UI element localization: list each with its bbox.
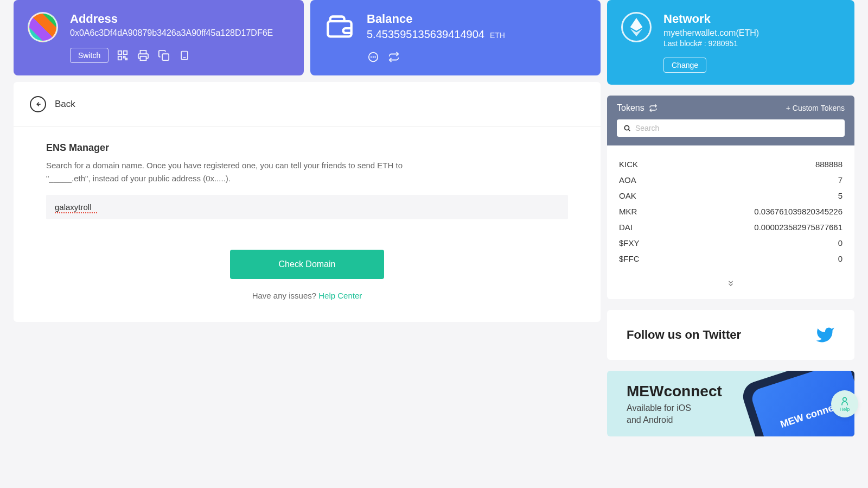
token-balance: 7	[838, 175, 843, 185]
token-symbol: AOA	[619, 175, 636, 185]
search-icon	[623, 124, 631, 132]
balance-title: Balance	[367, 12, 586, 26]
token-balance: 0.036761039820345226	[754, 207, 843, 216]
custom-tokens-link[interactable]: + Custom Tokens	[786, 104, 845, 112]
svg-point-12	[375, 57, 375, 58]
ens-title: ENS Manager	[46, 142, 568, 154]
token-row[interactable]: OAK5	[619, 188, 843, 204]
address-title: Address	[70, 12, 290, 26]
card-icon[interactable]	[178, 49, 191, 62]
tokens-title: Tokens	[617, 103, 658, 113]
address-card: Address 0x0A6c3Df4dA90879b3426a3A90ff45a…	[14, 0, 304, 75]
svg-line-17	[628, 129, 630, 131]
svg-point-18	[843, 397, 847, 401]
svg-point-10	[371, 57, 372, 58]
swap-icon[interactable]	[649, 104, 658, 112]
mewconnect-promo[interactable]: MEWconnect Available for iOSand Android …	[607, 371, 854, 436]
svg-marker-14	[630, 18, 643, 31]
help-prefix: Have any issues?	[252, 291, 319, 300]
address-value: 0x0A6c3Df4dA90879b3426a3A90ff45a128D17DF…	[70, 28, 290, 38]
network-title: Network	[663, 12, 840, 26]
network-server: myetherwallet.com(ETH)	[663, 28, 840, 38]
token-symbol: $FFC	[619, 254, 640, 263]
balance-amount: 5.453595135639414904	[367, 28, 484, 41]
token-row[interactable]: KICK888888	[619, 156, 843, 172]
refresh-icon[interactable]	[387, 50, 400, 64]
token-row[interactable]: AOA7	[619, 172, 843, 188]
token-balance: 888888	[815, 160, 843, 169]
balance-currency: ETH	[490, 31, 505, 40]
token-symbol: DAI	[619, 223, 633, 232]
token-symbol: MKR	[619, 207, 637, 216]
svg-rect-6	[162, 54, 169, 60]
back-label: Back	[55, 99, 75, 110]
svg-point-11	[373, 57, 374, 58]
qr-icon[interactable]	[116, 49, 129, 62]
token-row[interactable]: DAI0.000023582975877661	[619, 219, 843, 235]
balance-card: Balance 5.453595135639414904 ETH	[310, 0, 601, 75]
twitter-icon	[815, 325, 835, 345]
svg-rect-1	[124, 51, 127, 54]
network-card: Network myetherwallet.com(ETH) Last bloc…	[607, 0, 854, 85]
twitter-text: Follow us on Twitter	[627, 328, 741, 342]
more-icon[interactable]	[367, 50, 380, 64]
token-symbol: OAK	[619, 191, 636, 200]
tokens-panel: Tokens + Custom Tokens KICK888888AOA7OAK…	[607, 96, 854, 299]
help-widget[interactable]: Help	[831, 390, 858, 417]
svg-rect-0	[118, 51, 122, 54]
token-balance: 5	[838, 191, 843, 200]
token-symbol: KICK	[619, 160, 638, 169]
network-block: Last block# : 9280951	[663, 39, 840, 48]
ethereum-icon	[621, 12, 652, 42]
token-row[interactable]: MKR0.036761039820345226	[619, 204, 843, 219]
change-network-button[interactable]: Change	[663, 58, 706, 73]
token-search[interactable]	[617, 119, 845, 137]
identicon-avatar	[28, 12, 58, 42]
token-balance: 0.000023582975877661	[754, 223, 843, 232]
token-symbol: $FXY	[619, 238, 640, 248]
check-domain-button[interactable]: Check Domain	[230, 250, 385, 279]
svg-rect-3	[124, 56, 125, 58]
ens-description: Search for a domain name. Once you have …	[46, 159, 437, 185]
switch-button[interactable]: Switch	[70, 48, 108, 63]
svg-rect-7	[181, 52, 188, 60]
print-icon[interactable]	[137, 49, 150, 62]
token-row[interactable]: $FXY0	[619, 235, 843, 251]
help-row: Have any issues? Help Center	[46, 291, 568, 300]
wallet-icon	[324, 12, 355, 42]
twitter-panel[interactable]: Follow us on Twitter	[607, 310, 854, 360]
token-search-input[interactable]	[635, 124, 838, 132]
token-balance: 0	[838, 238, 843, 248]
token-row[interactable]: $FFC0	[619, 251, 843, 267]
svg-rect-5	[141, 56, 146, 60]
expand-tokens-button[interactable]	[607, 272, 854, 299]
svg-rect-2	[118, 56, 122, 60]
back-button[interactable]	[30, 96, 46, 112]
svg-rect-4	[126, 59, 127, 60]
svg-point-16	[624, 125, 629, 130]
chevron-double-down-icon	[726, 280, 736, 287]
ens-manager-panel: Back ENS Manager Search for a domain nam…	[14, 82, 601, 322]
domain-input[interactable]	[46, 195, 568, 219]
token-balance: 0	[838, 254, 843, 263]
copy-icon[interactable]	[157, 49, 170, 62]
token-list: KICK888888AOA7OAK5MKR0.03676103982034522…	[607, 145, 854, 272]
help-center-link[interactable]: Help Center	[318, 291, 362, 300]
